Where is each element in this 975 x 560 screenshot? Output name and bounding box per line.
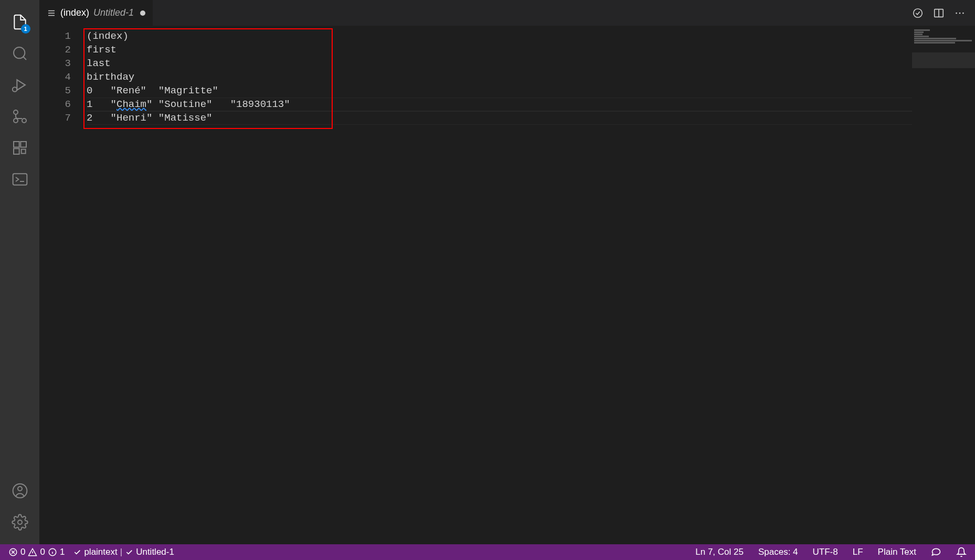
status-encoding[interactable]: UTF-8 <box>811 547 840 557</box>
account-icon <box>12 482 28 499</box>
minimap[interactable] <box>912 26 975 544</box>
separator: | <box>120 547 122 557</box>
run-action[interactable] <box>912 7 924 19</box>
svg-point-5 <box>14 119 18 123</box>
line-number-gutter: 1 2 3 4 5 6 7 <box>39 26 87 544</box>
run-debug-icon <box>11 76 29 94</box>
minimap-line <box>914 31 924 33</box>
code-line: last <box>87 57 975 70</box>
tab-dirty-indicator <box>140 10 145 16</box>
line-number: 7 <box>39 111 71 125</box>
minimap-line <box>914 34 923 35</box>
svg-point-2 <box>12 87 16 92</box>
svg-point-12 <box>18 487 22 491</box>
tab-active[interactable]: (index) Untitled-1 <box>39 0 153 26</box>
status-right: Ln 7, Col 25 Spaces: 4 UTF-8 LF Plain Te… <box>693 547 969 557</box>
activity-terminal[interactable] <box>7 164 33 195</box>
bell-icon <box>956 547 967 557</box>
check-icon <box>73 548 81 556</box>
svg-point-17 <box>959 12 961 14</box>
code-line: (index) <box>87 29 975 43</box>
line-number: 4 <box>39 70 71 84</box>
svg-rect-7 <box>20 142 26 147</box>
activity-explorer[interactable]: 1 <box>7 6 33 38</box>
svg-point-0 <box>14 47 25 58</box>
target-check-icon <box>912 7 924 19</box>
line-number: 2 <box>39 43 71 57</box>
more-actions[interactable] <box>954 7 966 19</box>
svg-point-4 <box>22 119 26 123</box>
minimap-line <box>914 38 956 39</box>
line-number: 3 <box>39 57 71 70</box>
svg-rect-8 <box>14 148 19 154</box>
status-cursor-position[interactable]: Ln 7, Col 25 <box>693 547 746 557</box>
extensions-icon <box>12 139 28 156</box>
main-container: 1 <box>0 0 975 544</box>
status-indentation[interactable]: Spaces: 4 <box>756 547 800 557</box>
source-control-icon <box>12 108 28 125</box>
editor-area: (index) Untitled-1 <box>39 0 975 544</box>
gear-icon <box>12 514 28 531</box>
tab-title: (index) <box>60 7 89 18</box>
minimap-line <box>914 29 930 31</box>
svg-rect-6 <box>14 142 19 147</box>
status-feedback[interactable] <box>929 547 944 557</box>
minimap-slider[interactable] <box>912 52 975 68</box>
error-icon <box>8 547 18 557</box>
info-icon <box>48 547 57 557</box>
split-icon <box>933 7 945 19</box>
activity-settings[interactable] <box>7 507 33 538</box>
explorer-badge: 1 <box>21 24 30 34</box>
status-language-mode[interactable]: Plain Text <box>876 547 918 557</box>
code-line: 0 "René" "Magritte" <box>87 84 975 98</box>
line-number: 1 <box>39 29 71 43</box>
spelling-squiggle: Chaim <box>116 99 146 110</box>
minimap-line <box>914 42 955 44</box>
line-number: 5 <box>39 84 71 98</box>
minimap-line <box>914 40 972 41</box>
svg-point-3 <box>14 110 18 114</box>
svg-point-18 <box>962 12 964 14</box>
code-line: 1 "Chaim" "Soutine" "18930113" <box>87 98 975 111</box>
status-left: 0 0 1 plaintext | Untitled-1 <box>6 547 176 557</box>
code-content[interactable]: (index) first last birthday 0 "René" "Ma… <box>87 26 975 544</box>
activity-accounts[interactable] <box>7 475 33 507</box>
svg-point-14 <box>914 8 923 17</box>
tab-subtitle: Untitled-1 <box>93 7 134 18</box>
tab-file-icon <box>47 8 56 18</box>
editor-body[interactable]: 1 2 3 4 5 6 7 (index) first last birthda… <box>39 26 975 544</box>
activity-run-debug[interactable] <box>7 69 33 101</box>
code-line: 2 "Henri" "Matisse" <box>87 111 975 125</box>
warning-icon <box>28 547 37 557</box>
check-icon <box>125 548 133 556</box>
minimap-line <box>914 36 929 37</box>
status-formatter[interactable]: plaintext | Untitled-1 <box>71 547 176 557</box>
status-notifications[interactable] <box>954 547 969 557</box>
feedback-icon <box>931 547 941 557</box>
svg-point-13 <box>18 520 22 524</box>
tab-actions <box>912 7 975 19</box>
svg-point-16 <box>956 12 957 14</box>
terminal-icon <box>12 171 28 188</box>
search-icon <box>12 45 28 62</box>
status-problems[interactable]: 0 0 1 <box>6 547 67 557</box>
activity-search[interactable] <box>7 38 33 69</box>
activity-bottom-group <box>7 475 33 538</box>
split-editor-action[interactable] <box>933 7 945 19</box>
svg-marker-1 <box>17 80 25 90</box>
svg-rect-9 <box>21 149 25 154</box>
more-icon <box>954 7 966 19</box>
line-number: 6 <box>39 98 71 111</box>
tab-bar: (index) Untitled-1 <box>39 0 975 26</box>
svg-rect-10 <box>13 174 27 185</box>
code-line: first <box>87 43 975 57</box>
activity-source-control[interactable] <box>7 101 33 132</box>
status-eol[interactable]: LF <box>851 547 865 557</box>
activity-extensions[interactable] <box>7 132 33 164</box>
activity-bar: 1 <box>0 0 39 544</box>
code-line: birthday <box>87 70 975 84</box>
status-bar: 0 0 1 plaintext | Untitled-1 Ln 7, Col 2… <box>0 544 975 560</box>
